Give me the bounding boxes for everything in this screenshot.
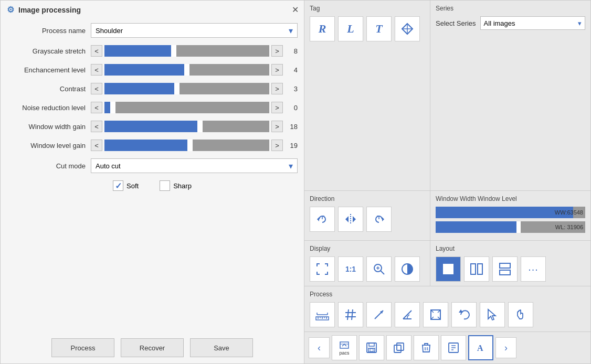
process-buttons: [310, 302, 585, 327]
text-label-btn[interactable]: A: [468, 335, 493, 360]
zoom-btn[interactable]: [366, 256, 392, 282]
tag-btn-t[interactable]: T: [366, 16, 392, 41]
cursor-btn[interactable]: [480, 302, 505, 327]
prev-btn[interactable]: ‹: [309, 337, 330, 358]
slider-fill-1: [104, 64, 187, 76]
slider-inc-btn-2[interactable]: >: [271, 83, 283, 94]
process-name-select[interactable]: Shoulder ▾: [91, 23, 298, 38]
slider-label-3: Noise reduction level: [7, 104, 91, 112]
cut-mode-label: Cut mode: [7, 162, 91, 170]
soft-checkbox-item: ✓ Soft: [113, 180, 139, 191]
cut-mode-row: Cut mode Auto cut ▾: [7, 158, 298, 173]
slider-thumb-3: [110, 102, 115, 113]
sharp-checkbox[interactable]: [160, 180, 170, 191]
slider-track-1[interactable]: [104, 64, 269, 76]
layout-title: Layout: [436, 245, 585, 252]
slider-inc-btn-0[interactable]: >: [271, 45, 283, 57]
layout-two-row-btn[interactable]: [492, 256, 518, 282]
next-btn[interactable]: ›: [495, 337, 516, 358]
angle-btn[interactable]: [395, 302, 420, 327]
crop-btn[interactable]: [423, 302, 448, 327]
slider-dec-btn-3[interactable]: <: [91, 102, 102, 113]
series-select[interactable]: All images ▾: [480, 16, 585, 30]
cut-mode-select[interactable]: Auto cut ▾: [91, 158, 298, 173]
copy-btn[interactable]: [386, 335, 411, 360]
save-button[interactable]: Save: [190, 338, 253, 357]
layout-section: Layout: [430, 241, 590, 286]
svg-rect-50: [370, 349, 373, 351]
grid-btn[interactable]: [338, 302, 363, 327]
process-name-label: Process name: [7, 27, 91, 35]
process-section-title: Process: [310, 291, 585, 298]
svg-rect-51: [397, 343, 404, 350]
direction-title: Direction: [310, 195, 425, 202]
slider-fill-0: [104, 45, 174, 57]
slider-fill-2: [104, 83, 177, 94]
slider-dec-btn-0[interactable]: <: [91, 45, 102, 57]
slider-track-3[interactable]: [104, 102, 269, 113]
save-disk-btn[interactable]: [359, 335, 384, 360]
slider-inc-btn-4[interactable]: >: [271, 121, 283, 132]
close-button[interactable]: ✕: [292, 5, 299, 15]
slider-value-3: 0: [285, 104, 298, 112]
slider-dec-btn-1[interactable]: <: [91, 64, 102, 76]
direction-section: Direction: [304, 191, 430, 240]
ruler-btn[interactable]: [310, 302, 335, 327]
fullscreen-btn[interactable]: [310, 256, 335, 282]
ww-bar-container: WW:63548: [436, 207, 585, 218]
slider-dec-btn-5[interactable]: <: [91, 140, 102, 151]
process-button[interactable]: Process: [51, 338, 114, 357]
contrast-btn[interactable]: [395, 256, 420, 282]
slider-track-2[interactable]: [104, 83, 269, 94]
diagonal-btn[interactable]: [366, 302, 392, 327]
svg-rect-18: [471, 264, 476, 274]
slider-row-3: Noise reduction level < > 0: [7, 102, 298, 113]
slider-value-2: 3: [285, 85, 298, 93]
slider-dec-btn-4[interactable]: <: [91, 121, 102, 132]
series-section: Series Select Series All images ▾: [430, 1, 590, 190]
pan-btn[interactable]: [508, 302, 533, 327]
soft-checkbox[interactable]: ✓: [113, 180, 123, 191]
left-panel: ⚙ Image processing ✕ Process name Should…: [0, 0, 304, 364]
slider-row-0: Grayscale stretch < > 8: [7, 45, 298, 57]
delete-btn[interactable]: [414, 335, 439, 360]
slider-inc-btn-1[interactable]: >: [271, 64, 283, 76]
rotate-right-btn[interactable]: [366, 207, 392, 232]
slider-track-5[interactable]: [104, 140, 269, 151]
layout-more-btn[interactable]: ···: [521, 256, 546, 282]
edit-btn[interactable]: [441, 335, 466, 360]
display-section: Display 1:1: [304, 241, 430, 286]
layout-single-btn[interactable]: [436, 256, 461, 282]
actual-size-btn[interactable]: 1:1: [338, 256, 363, 282]
cut-mode-value: Auto cut: [96, 162, 121, 170]
checkmark-icon: ✓: [115, 181, 122, 191]
slider-inc-btn-3[interactable]: >: [271, 102, 283, 113]
svg-marker-8: [353, 216, 356, 222]
tag-btn-marker[interactable]: [395, 16, 420, 41]
slider-thumb-2: [174, 83, 180, 94]
flip-horizontal-btn[interactable]: [338, 207, 363, 232]
slider-row-4: Window width gain < > 18: [7, 121, 298, 132]
svg-line-31: [347, 309, 349, 320]
rotate-left-btn[interactable]: [310, 207, 335, 232]
svg-marker-9: [382, 217, 384, 221]
slider-thumb-1: [184, 64, 189, 76]
tag-btn-r[interactable]: R: [310, 16, 335, 41]
undo-btn[interactable]: [451, 302, 477, 327]
slider-inc-btn-5[interactable]: >: [271, 140, 283, 151]
tag-section: Tag R L T: [304, 1, 430, 190]
ww-fill: [436, 207, 573, 218]
wwwl-section: Window Width Window Level WW:63548 WL: 3…: [430, 191, 590, 240]
recover-button[interactable]: Recover: [121, 338, 184, 357]
pacs-btn[interactable]: pacs: [332, 335, 357, 360]
layout-two-col-btn[interactable]: [464, 256, 489, 282]
slider-value-1: 4: [285, 66, 298, 74]
slider-value-4: 18: [285, 123, 298, 131]
slider-track-4[interactable]: [104, 121, 269, 132]
slider-track-0[interactable]: [104, 45, 269, 57]
tag-btn-l[interactable]: L: [338, 16, 363, 41]
slider-dec-btn-2[interactable]: <: [91, 83, 102, 94]
svg-rect-20: [500, 263, 510, 268]
svg-line-13: [381, 271, 384, 274]
wl-bar-container: WL: 31906: [436, 221, 585, 233]
